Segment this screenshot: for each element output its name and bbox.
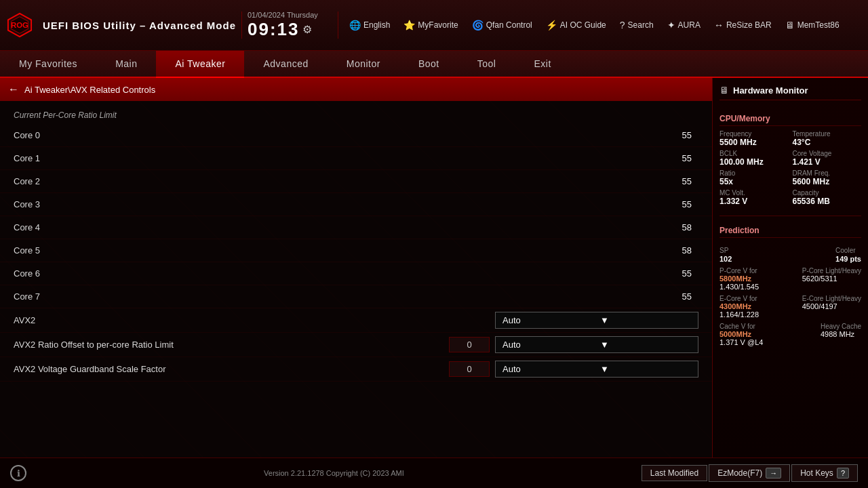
temperature-item: Temperature 43°C — [793, 130, 862, 147]
avx-2-offset[interactable]: 0 — [449, 361, 490, 377]
core-row-1[interactable]: Core 1 55 — [0, 147, 712, 170]
avx-row-0[interactable]: AVX2 Auto ▼ — [0, 308, 712, 333]
nav-aura-label: AURA — [678, 20, 701, 30]
ecore-v-freq: 4300MHz — [719, 302, 759, 310]
avx-1-dropdown[interactable]: Auto ▼ — [495, 336, 698, 353]
pcore-v-label: P-Core V for — [719, 267, 759, 274]
pcore-v-row: P-Core V for 5800MHz 1.430/1.545 P-Core … — [719, 267, 861, 291]
tab-main[interactable]: Main — [96, 51, 156, 77]
core-0-label: Core 0 — [14, 130, 644, 140]
core-row-5[interactable]: Core 5 58 — [0, 239, 712, 262]
lightning-icon: ⚡ — [546, 20, 557, 30]
tab-my-favorites[interactable]: My Favorites — [0, 51, 96, 77]
pcore-v-block: P-Core V for 5800MHz 1.430/1.545 P-Core … — [719, 267, 861, 291]
time-settings-icon[interactable]: ⚙ — [302, 23, 312, 36]
core-1-label: Core 1 — [14, 153, 644, 163]
pcore-lh-val: 5620/5311 — [802, 274, 861, 283]
avx-row-2[interactable]: AVX2 Voltage Guardband Scale Factor 0 Au… — [0, 357, 712, 382]
breadcrumb-back-icon[interactable]: ← — [8, 83, 19, 96]
nav-qfan[interactable]: 🌀 Qfan Control — [467, 17, 538, 33]
nav-english[interactable]: 🌐 English — [344, 17, 395, 33]
tab-ai-tweaker[interactable]: Ai Tweaker — [156, 51, 244, 77]
bclk-item: BCLK 100.00 MHz — [719, 150, 789, 167]
heavy-cache-label: Heavy Cache — [821, 323, 861, 330]
mc-volt-label: MC Volt. — [719, 189, 789, 197]
section-header: Current Per-Core Ratio Limit — [0, 106, 712, 124]
core-row-4[interactable]: Core 4 58 — [0, 216, 712, 239]
info-icon[interactable]: ℹ — [10, 465, 26, 481]
core-row-6[interactable]: Core 6 55 — [0, 262, 712, 285]
monitor-divider — [719, 216, 861, 216]
hotkeys-button[interactable]: Hot Keys ? — [791, 464, 858, 482]
frequency-item: Frequency 5500 MHz — [719, 130, 789, 147]
core-2-value: 55 — [644, 176, 698, 186]
avx-1-dropdown-value: Auto — [502, 340, 593, 350]
nav-search[interactable]: ? Search — [614, 17, 659, 33]
nav-tabs: My Favorites Main Ai Tweaker Advanced Mo… — [0, 51, 868, 78]
hotkeys-label: Hot Keys — [800, 468, 833, 478]
core-5-label: Core 5 — [14, 245, 644, 256]
bottom-bar: ℹ Version 2.21.1278 Copyright (C) 2023 A… — [0, 458, 868, 488]
nav-resizebar[interactable]: ↔ ReSize BAR — [709, 17, 777, 33]
core-5-value: 58 — [644, 245, 698, 256]
ecore-v-left: E-Core V for 4300MHz 1.164/1.228 — [719, 295, 759, 319]
tab-exit[interactable]: Exit — [515, 51, 570, 77]
cache-v-row: Cache V for 5000MHz 1.371 V @L4 Heavy Ca… — [719, 323, 861, 346]
divider-2 — [338, 12, 338, 39]
core-row-2[interactable]: Core 2 55 — [0, 170, 712, 193]
nav-memtest[interactable]: 🖥 MemTest86 — [780, 17, 845, 33]
avx-2-label: AVX2 Voltage Guardband Scale Factor — [14, 364, 449, 374]
nav-myfavorite[interactable]: ⭐ MyFavorite — [398, 17, 463, 33]
heavy-cache-val: 4988 MHz — [821, 330, 861, 338]
ecore-v-label: E-Core V for — [719, 295, 759, 302]
avx-1-offset[interactable]: 0 — [449, 337, 490, 352]
core-voltage-label: Core Voltage — [793, 150, 862, 157]
sp-value: 102 — [719, 255, 732, 263]
last-modified-label: Last Modified — [650, 468, 698, 478]
core-row-3[interactable]: Core 3 55 — [0, 193, 712, 216]
nav-aura[interactable]: ✦ AURA — [662, 17, 706, 33]
last-modified-button[interactable]: Last Modified — [642, 465, 707, 481]
bottom-right: Last Modified EzMode(F7) → Hot Keys ? — [642, 464, 858, 482]
tab-tool[interactable]: Tool — [458, 51, 515, 77]
avx-row-1[interactable]: AVX2 Ratio Offset to per-core Ratio Limi… — [0, 333, 712, 357]
svg-text:ROG: ROG — [11, 21, 28, 29]
logo-area: ROG — [7, 12, 33, 38]
bottom-version: Version 2.21.1278 Copyright (C) 2023 AMI — [26, 469, 642, 477]
bottom-left: ℹ — [10, 465, 26, 481]
dram-freq-label: DRAM Freq. — [793, 169, 862, 177]
cooler-item: Cooler 149 pts — [835, 245, 861, 263]
capacity-label: Capacity — [793, 189, 862, 197]
hw-monitor-title: Hardware Monitor — [733, 85, 808, 96]
cooler-value: 149 pts — [835, 255, 861, 263]
avx-2-dropdown[interactable]: Auto ▼ — [495, 361, 698, 378]
pcore-lh-label: P-Core Light/Heavy — [802, 267, 861, 274]
tab-advanced[interactable]: Advanced — [244, 51, 327, 77]
nav-aioc[interactable]: ⚡ AI OC Guide — [540, 17, 612, 33]
tab-monitor[interactable]: Monitor — [328, 51, 399, 77]
rog-logo-icon: ROG — [7, 12, 33, 38]
core-row-0[interactable]: Core 0 55 — [0, 124, 712, 147]
avx-0-dropdown[interactable]: Auto ▼ — [495, 312, 698, 329]
ecore-lh-val: 4500/4197 — [802, 302, 861, 310]
ezmode-icon: → — [766, 468, 781, 479]
ezmode-button[interactable]: EzMode(F7) → — [709, 464, 790, 482]
nav-myfavorite-label: MyFavorite — [418, 20, 458, 30]
cache-v-block: Cache V for 5000MHz 1.371 V @L4 Heavy Ca… — [719, 323, 861, 346]
ecore-v-val: 1.164/1.228 — [719, 310, 759, 319]
dram-freq-item: DRAM Freq. 5600 MHz — [793, 169, 862, 186]
datetime-area: 01/04/2024 Thursday 09:13 ⚙ — [248, 11, 322, 40]
tab-boot[interactable]: Boot — [399, 51, 458, 77]
dram-freq-value: 5600 MHz — [793, 177, 862, 186]
core-7-label: Core 7 — [14, 291, 644, 302]
ezmode-label: EzMode(F7) — [717, 468, 762, 478]
avx-0-dropdown-arrow: ▼ — [600, 315, 691, 325]
ratio-label: Ratio — [719, 169, 789, 177]
sp-cooler-row: SP 102 Cooler 149 pts — [719, 245, 861, 263]
nav-search-label: Search — [628, 20, 654, 30]
ratio-value: 55x — [719, 177, 789, 186]
core-row-7[interactable]: Core 7 55 — [0, 285, 712, 308]
nav-aioc-label: AI OC Guide — [560, 20, 606, 30]
core-4-value: 58 — [644, 222, 698, 232]
hw-monitor-header: 🖥 Hardware Monitor — [719, 85, 861, 100]
